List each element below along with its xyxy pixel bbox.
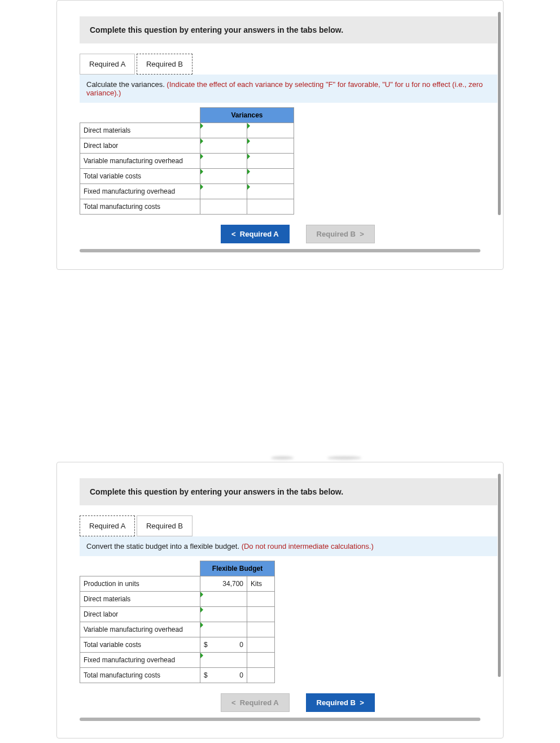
row-label: Total manufacturing costs — [80, 199, 200, 215]
amount-input[interactable] — [200, 607, 247, 622]
next-button-label: Required B — [317, 698, 356, 707]
chevron-left-icon: < — [231, 230, 240, 238]
page-shadow — [56, 456, 504, 462]
variance-amount-input[interactable] — [200, 184, 247, 199]
table-row: Direct materials — [80, 123, 294, 138]
total-manufacturing-costs-value: $0 — [200, 668, 247, 683]
variance-effect-select[interactable] — [247, 199, 294, 215]
table-row: Variable manufacturing overhead — [80, 154, 294, 169]
variance-amount-input[interactable] — [200, 123, 247, 138]
tab-required-b[interactable]: Required B — [137, 54, 193, 75]
prompt-text: Convert the static budget into a flexibl… — [86, 542, 242, 550]
tab-required-b[interactable]: Required B — [137, 515, 193, 536]
prompt-hint: (Do not round intermediate calculations.… — [242, 542, 374, 550]
table-row: Variable manufacturing overhead — [80, 622, 275, 637]
variance-effect-select[interactable] — [247, 138, 294, 154]
question-prompt: Calculate the variances. (Indicate the e… — [80, 75, 497, 103]
instruction-bar: Complete this question by entering your … — [80, 16, 497, 43]
table-row: Total manufacturing costs — [80, 199, 294, 215]
row-label: Direct materials — [80, 123, 200, 138]
unit-cell — [247, 668, 275, 683]
unit-cell — [247, 592, 275, 607]
question-card-required-a: Complete this question by entering your … — [56, 462, 504, 738]
table-row: Direct labor — [80, 607, 275, 622]
amount-input[interactable] — [200, 653, 247, 668]
nav-row: < Required A Required B > — [80, 225, 503, 243]
next-button: Required B > — [306, 225, 375, 243]
total-variable-costs-value: $0 — [200, 637, 247, 653]
next-button[interactable]: Required B > — [306, 693, 375, 712]
tab-required-a[interactable]: Required A — [80, 515, 135, 536]
table-row: Direct materials — [80, 592, 275, 607]
production-units-label: Kits — [247, 576, 275, 592]
unit-cell — [247, 653, 275, 668]
table-row: Direct labor — [80, 138, 294, 154]
flexible-budget-table: Flexible Budget Production in units 34,7… — [80, 561, 275, 683]
row-label: Direct labor — [80, 138, 200, 154]
row-label: Variable manufacturing overhead — [80, 154, 200, 169]
variance-effect-select[interactable] — [247, 169, 294, 184]
horizontal-scrollbar[interactable] — [80, 718, 480, 721]
variance-amount-input[interactable] — [200, 169, 247, 184]
variances-table: Variances Direct materials Direct labor … — [80, 107, 294, 215]
tabs: Required A Required B — [80, 515, 503, 536]
row-label: Total variable costs — [80, 637, 200, 653]
variance-effect-select[interactable] — [247, 154, 294, 169]
row-label: Total variable costs — [80, 169, 200, 184]
next-button-label: Required B — [317, 230, 356, 238]
variance-amount-input[interactable] — [200, 199, 247, 215]
col-header-flexible-budget: Flexible Budget — [200, 561, 275, 576]
prev-button-label: Required A — [240, 698, 279, 707]
table-row: Fixed manufacturing overhead — [80, 653, 275, 668]
chevron-right-icon: > — [356, 230, 364, 238]
unit-cell — [247, 607, 275, 622]
row-label: Fixed manufacturing overhead — [80, 184, 200, 199]
horizontal-scrollbar[interactable] — [80, 249, 480, 252]
chevron-right-icon: > — [356, 698, 364, 707]
row-label: Direct labor — [80, 607, 200, 622]
chevron-left-icon: < — [231, 698, 240, 707]
table-row: Fixed manufacturing overhead — [80, 184, 294, 199]
variance-amount-input[interactable] — [200, 154, 247, 169]
table-row: Total variable costs $0 — [80, 637, 275, 653]
tabs: Required A Required B — [80, 54, 503, 75]
row-label: Total manufacturing costs — [80, 668, 200, 683]
table-row: Total manufacturing costs $0 — [80, 668, 275, 683]
row-label: Production in units — [80, 576, 200, 592]
vertical-scrollbar[interactable] — [498, 474, 501, 677]
variance-amount-input[interactable] — [200, 138, 247, 154]
question-card-required-b: Complete this question by entering your … — [56, 0, 504, 270]
unit-cell — [247, 622, 275, 637]
prompt-text: Calculate the variances. — [86, 80, 167, 89]
variance-effect-select[interactable] — [247, 184, 294, 199]
prev-button-label: Required A — [240, 230, 279, 238]
production-units-value: 34,700 — [200, 576, 247, 592]
unit-cell — [247, 637, 275, 653]
col-header-variances: Variances — [200, 108, 294, 123]
row-label: Direct materials — [80, 592, 200, 607]
amount-input[interactable] — [200, 622, 247, 637]
variance-effect-select[interactable] — [247, 123, 294, 138]
prev-button[interactable]: < Required A — [221, 225, 290, 243]
row-label: Fixed manufacturing overhead — [80, 653, 200, 668]
instruction-bar: Complete this question by entering your … — [80, 478, 497, 505]
row-label: Variable manufacturing overhead — [80, 622, 200, 637]
amount-input[interactable] — [200, 592, 247, 607]
tab-required-a[interactable]: Required A — [80, 54, 135, 75]
vertical-scrollbar[interactable] — [498, 12, 501, 215]
table-row: Production in units 34,700 Kits — [80, 576, 275, 592]
question-prompt: Convert the static budget into a flexibl… — [80, 536, 497, 556]
table-row: Total variable costs — [80, 169, 294, 184]
nav-row: < Required A Required B > — [80, 693, 503, 712]
prev-button: < Required A — [221, 693, 290, 712]
